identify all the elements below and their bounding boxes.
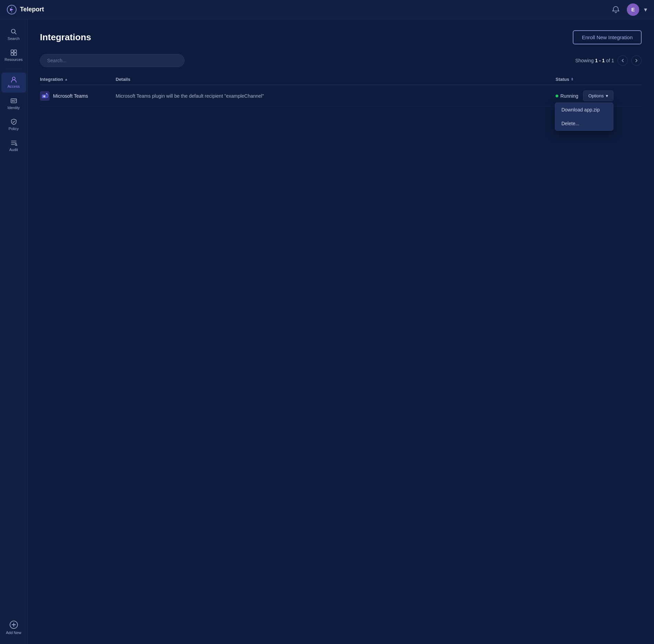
bell-icon xyxy=(612,6,620,13)
access-icon xyxy=(10,76,17,83)
integration-details: Microsoft Teams plugin will be the defau… xyxy=(116,93,264,99)
topnav: Teleport E ▾ xyxy=(0,0,654,19)
chevron-left-icon xyxy=(621,58,625,63)
page-header: Integrations Enroll New Integration xyxy=(40,30,642,44)
table-header: Integration ▲ Details Status ⇕ xyxy=(40,74,642,85)
search-row: Showing 1 - 1 of 1 xyxy=(40,54,642,67)
sidebar-divider xyxy=(6,69,22,69)
svg-point-6 xyxy=(12,77,15,80)
pagination-prev-button[interactable] xyxy=(618,55,628,66)
notifications-button[interactable] xyxy=(610,3,622,16)
pagination-info: Showing 1 - 1 of 1 xyxy=(575,55,642,66)
status-text: Running xyxy=(560,93,578,99)
user-avatar-button[interactable]: E xyxy=(627,3,639,16)
app-layout: Search Resources Access xyxy=(0,19,654,644)
topnav-right: E ▾ xyxy=(610,3,647,16)
chevron-right-icon xyxy=(634,58,639,63)
integration-details-cell: Microsoft Teams plugin will be the defau… xyxy=(116,93,556,99)
sidebar-item-add-label: Add New xyxy=(6,631,21,635)
options-chevron-icon: ▾ xyxy=(606,93,608,98)
audit-icon xyxy=(10,139,17,146)
svg-point-12 xyxy=(46,93,48,94)
pagination-next-button[interactable] xyxy=(631,55,642,66)
dropdown-item-download[interactable]: Download app.zip xyxy=(555,103,613,117)
dropdown-item-delete[interactable]: Delete... xyxy=(555,117,613,130)
sidebar-item-identity[interactable]: Identity xyxy=(1,94,26,114)
svg-rect-3 xyxy=(14,50,17,52)
sidebar-item-policy[interactable]: Policy xyxy=(1,115,26,135)
svg-point-8 xyxy=(12,100,13,101)
pagination-range: 1 - 1 xyxy=(595,58,605,63)
sidebar-item-add-new[interactable]: Add New xyxy=(1,617,26,638)
sidebar-item-resources-label: Resources xyxy=(4,57,23,62)
search-icon xyxy=(10,28,17,35)
svg-rect-5 xyxy=(14,53,17,55)
add-new-icon xyxy=(9,620,18,629)
search-input[interactable] xyxy=(40,54,184,67)
sidebar-item-access[interactable]: Access xyxy=(1,73,26,92)
main-content: Integrations Enroll New Integration Show… xyxy=(28,19,654,644)
sidebar-item-audit[interactable]: Audit xyxy=(1,136,26,155)
status-dot xyxy=(556,95,558,97)
pagination-suffix: of 1 xyxy=(605,58,614,63)
svg-point-1 xyxy=(11,29,15,33)
identity-icon xyxy=(10,97,17,104)
svg-rect-4 xyxy=(11,53,13,55)
sidebar-item-access-label: Access xyxy=(8,84,20,89)
policy-icon xyxy=(10,118,17,125)
sidebar: Search Resources Access xyxy=(0,19,28,644)
options-label: Options xyxy=(588,93,604,98)
svg-rect-2 xyxy=(11,50,13,52)
ms-teams-icon xyxy=(40,91,50,101)
integration-name: Microsoft Teams xyxy=(53,93,88,99)
sidebar-item-audit-label: Audit xyxy=(9,148,18,152)
sidebar-item-policy-label: Policy xyxy=(9,127,19,131)
options-wrap: Options ▾ Download app.zip Delete... xyxy=(583,90,613,101)
page-title: Integrations xyxy=(40,32,91,43)
options-button[interactable]: Options ▾ xyxy=(583,90,613,101)
integrations-table: Integration ▲ Details Status ⇕ xyxy=(40,74,642,106)
table-header-details: Details xyxy=(116,77,556,82)
search-input-wrap xyxy=(40,54,184,67)
teleport-logo-icon xyxy=(7,5,17,14)
sidebar-item-search-label: Search xyxy=(8,36,20,41)
resources-icon xyxy=(10,49,17,56)
sidebar-item-search[interactable]: Search xyxy=(1,25,26,44)
topnav-brand: Teleport xyxy=(7,5,44,14)
sidebar-item-identity-label: Identity xyxy=(8,106,20,110)
sidebar-item-resources[interactable]: Resources xyxy=(1,46,26,65)
sort-icon-status: ⇕ xyxy=(571,77,573,81)
integration-status-cell: Running Options ▾ Download app.zip Delet… xyxy=(556,90,642,101)
user-menu-chevron[interactable]: ▾ xyxy=(644,6,647,13)
sort-icon-integration: ▲ xyxy=(64,77,68,81)
table-header-status: Status ⇕ xyxy=(556,77,642,82)
table-row: Microsoft Teams Microsoft Teams plugin w… xyxy=(40,86,642,106)
brand-name: Teleport xyxy=(20,6,44,13)
integration-name-cell: Microsoft Teams xyxy=(40,91,116,101)
status-indicator: Running xyxy=(556,93,578,99)
pagination-text: Showing 1 - 1 of 1 xyxy=(575,58,614,63)
options-dropdown: Download app.zip Delete... xyxy=(555,103,613,131)
table-header-integration: Integration ▲ xyxy=(40,77,116,82)
enroll-new-integration-button[interactable]: Enroll New Integration xyxy=(573,30,642,44)
